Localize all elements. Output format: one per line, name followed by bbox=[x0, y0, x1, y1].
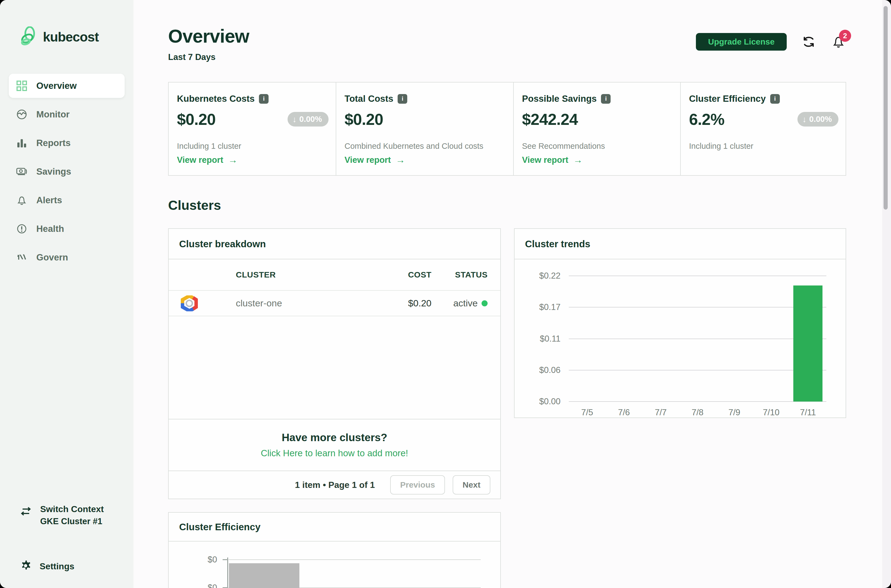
info-icon[interactable]: i bbox=[770, 94, 780, 104]
panel-title: Cluster Efficiency bbox=[179, 522, 261, 532]
kpi-subtext: Combined Kubernetes and Cloud costs bbox=[344, 142, 506, 151]
kubecost-logo-icon bbox=[20, 26, 38, 47]
x-tick-label: 7/5 bbox=[569, 408, 606, 417]
cluster-trends-chart: $0.22$0.17$0.11$0.06$0.00 bbox=[515, 276, 826, 402]
notification-badge: 2 bbox=[839, 30, 851, 42]
table-empty-space bbox=[169, 316, 500, 419]
switch-context-cluster: GKE Cluster #1 bbox=[40, 515, 104, 528]
y-tick-label: $0.00 bbox=[539, 397, 560, 406]
view-report-link[interactable]: View report → bbox=[522, 154, 673, 165]
x-tick-label: 7/11 bbox=[789, 408, 826, 417]
gridline bbox=[569, 401, 826, 402]
monitor-icon bbox=[16, 109, 27, 120]
sidebar-item-alerts[interactable]: Alerts bbox=[9, 188, 125, 212]
y-tick-label: $0 bbox=[169, 555, 217, 565]
sidebar-item-monitor[interactable]: Monitor bbox=[9, 102, 125, 126]
sidebar-item-reports[interactable]: Reports bbox=[9, 131, 125, 155]
kpi-subtext: See Recommendations bbox=[522, 142, 673, 151]
switch-context[interactable]: Switch Context GKE Cluster #1 bbox=[20, 503, 134, 528]
govern-icon bbox=[16, 252, 27, 263]
sidebar-item-savings[interactable]: Savings bbox=[9, 159, 125, 184]
switch-arrows-icon bbox=[20, 507, 32, 517]
info-icon[interactable]: i bbox=[398, 94, 407, 104]
column-status: STATUS bbox=[431, 270, 500, 279]
status-active-dot bbox=[482, 300, 488, 306]
delta-badge: ↓ 0.00% bbox=[287, 112, 329, 126]
sidebar-item-label: Health bbox=[36, 224, 64, 234]
down-arrow-icon: ↓ bbox=[293, 115, 297, 123]
main-content: Overview Last 7 Days Upgrade License bbox=[134, 0, 891, 588]
gear-icon bbox=[20, 560, 32, 573]
sidebar-item-govern[interactable]: Govern bbox=[9, 245, 125, 270]
gridline bbox=[569, 339, 826, 339]
view-report-link[interactable]: View report → bbox=[177, 154, 329, 165]
info-icon[interactable]: i bbox=[601, 94, 611, 104]
sidebar-item-health[interactable]: Health bbox=[9, 217, 125, 241]
cluster-trends-panel: Cluster trends $0.22$0.17$0.11$0.06$0.00… bbox=[514, 228, 846, 418]
column-cluster: CLUSTER bbox=[169, 270, 365, 279]
add-clusters-link[interactable]: Click Here to learn how to add more! bbox=[261, 448, 408, 459]
scrollbar-thumb[interactable] bbox=[883, 6, 888, 210]
page-title: Overview bbox=[168, 25, 249, 47]
previous-page-button[interactable]: Previous bbox=[390, 475, 445, 495]
cluster-breakdown-panel: Cluster breakdown CLUSTER COST STATUS bbox=[168, 228, 501, 499]
sidebar-item-label: Govern bbox=[36, 252, 68, 262]
y-tick-label: $0.11 bbox=[540, 334, 560, 344]
x-tick-label: 7/8 bbox=[679, 408, 716, 417]
prompt-title: Have more clusters? bbox=[282, 432, 388, 444]
column-cost: COST bbox=[365, 270, 431, 279]
kpi-subtext: Including 1 cluster bbox=[689, 142, 838, 151]
scrollbar-track[interactable] bbox=[882, 0, 891, 588]
clusters-section-heading: Clusters bbox=[168, 198, 846, 213]
kpi-title: Cluster Efficiency bbox=[689, 93, 766, 104]
gridline bbox=[569, 307, 826, 308]
right-arrow-icon: → bbox=[396, 154, 405, 165]
panel-title: Cluster trends bbox=[525, 238, 590, 249]
kpi-card-cluster-efficiency: Cluster Efficiency i 6.2% ↓ 0.00% Includ… bbox=[680, 82, 846, 175]
x-tick-label: 7/6 bbox=[606, 408, 643, 417]
delta-value: 0.00% bbox=[809, 115, 832, 124]
refresh-button[interactable] bbox=[801, 34, 816, 50]
cluster-trends-ylabels: $0.22$0.17$0.11$0.06$0.00 bbox=[515, 276, 569, 402]
sidebar-item-label: Savings bbox=[36, 166, 71, 177]
kpi-value: $0.20 bbox=[177, 110, 215, 128]
y-axis-tick bbox=[222, 560, 228, 560]
upgrade-license-button[interactable]: Upgrade License bbox=[696, 33, 787, 51]
sidebar-item-overview[interactable]: Overview bbox=[9, 74, 125, 98]
add-clusters-prompt: Have more clusters? Click Here to learn … bbox=[169, 419, 500, 471]
sidebar-bottom: Switch Context GKE Cluster #1 Settings bbox=[0, 503, 134, 573]
table-row[interactable]: cluster-one $0.20 active bbox=[169, 290, 500, 316]
trend-bar bbox=[793, 285, 822, 402]
sidebar: kubecost Overview Mo bbox=[0, 0, 134, 588]
info-icon[interactable]: i bbox=[259, 94, 269, 104]
right-arrow-icon: → bbox=[573, 154, 583, 165]
x-tick-label: 7/10 bbox=[753, 408, 790, 417]
notifications-button[interactable]: 2 bbox=[831, 34, 846, 50]
kpi-subtext: Including 1 cluster bbox=[177, 142, 329, 151]
kpi-title: Total Costs bbox=[344, 93, 393, 104]
kubecost-logo[interactable]: kubecost bbox=[0, 26, 134, 47]
date-range-label: Last 7 Days bbox=[168, 52, 249, 62]
cluster-efficiency-panel: Cluster Efficiency $0 $0 bbox=[168, 512, 501, 588]
x-tick-label: 7/7 bbox=[642, 408, 679, 417]
settings-label: Settings bbox=[40, 561, 74, 572]
view-report-link[interactable]: View report → bbox=[344, 154, 506, 165]
banknote-icon bbox=[16, 166, 27, 177]
cluster-trends-xlabels: 7/57/67/77/87/97/107/11 bbox=[569, 408, 826, 417]
kpi-cards-row: Kubernetes Costs i $0.20 ↓ 0.00% Includi… bbox=[168, 82, 846, 176]
next-page-button[interactable]: Next bbox=[453, 475, 490, 495]
sidebar-item-label: Monitor bbox=[36, 109, 70, 120]
y-tick-label: $0.22 bbox=[539, 271, 560, 281]
pagination-summary: 1 item • Page 1 of 1 bbox=[295, 480, 375, 490]
right-arrow-icon: → bbox=[228, 154, 237, 165]
kpi-title: Possible Savings bbox=[522, 93, 597, 104]
cluster-name: cluster-one bbox=[236, 298, 365, 309]
gridline bbox=[569, 276, 826, 276]
health-icon bbox=[16, 223, 27, 235]
gridline bbox=[227, 560, 481, 560]
kpi-card-possible-savings: Possible Savings i $242.24 See Recommend… bbox=[513, 82, 680, 175]
kpi-title: Kubernetes Costs bbox=[177, 93, 254, 104]
sidebar-item-settings[interactable]: Settings bbox=[20, 560, 134, 573]
sidebar-item-label: Reports bbox=[36, 138, 71, 148]
sidebar-item-label: Alerts bbox=[36, 195, 62, 206]
